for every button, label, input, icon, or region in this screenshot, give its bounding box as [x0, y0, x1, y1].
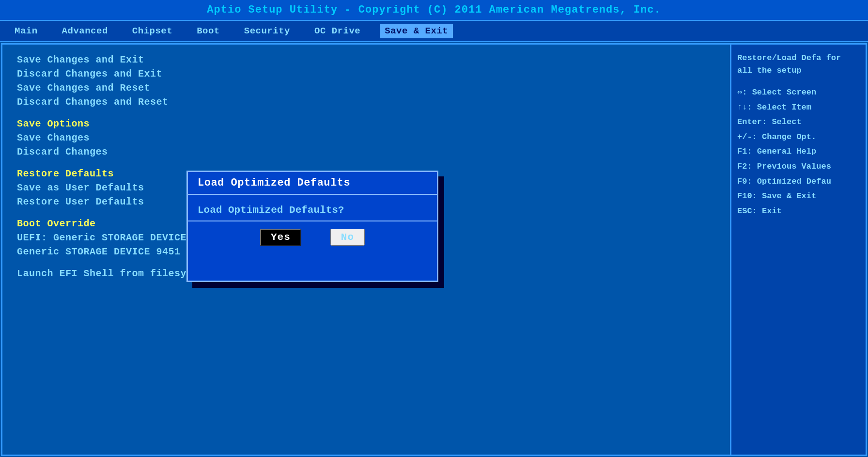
menu-discard-changes-reset[interactable]: Discard Changes and Reset — [17, 96, 715, 108]
key-hint-f2: F2: Previous Values — [737, 159, 860, 174]
key-hints: ⇔: Select Screen ↑↓: Select Item Enter: … — [737, 85, 860, 219]
menu-save-changes-exit[interactable]: Save Changes and Exit — [17, 54, 715, 65]
separator-2 — [17, 160, 715, 168]
nav-item-ocdrive[interactable]: OC Drive — [310, 24, 365, 38]
dialog-title: Load Optimized Defaults — [188, 172, 437, 195]
nav-item-security[interactable]: Security — [239, 24, 295, 38]
key-hint-change-opt: +/-: Change Opt. — [737, 130, 860, 145]
menu-discard-changes-exit[interactable]: Discard Changes and Exit — [17, 68, 715, 79]
dialog-body: Load Optimized Defaults? — [188, 195, 437, 221]
help-text: Restore/Load Defa for all the setup — [737, 52, 860, 77]
bios-screen: Aptio Setup Utility - Copyright (C) 2011… — [0, 0, 868, 457]
dialog-no-button[interactable]: No — [330, 229, 365, 246]
key-hint-f9: F9: Optimized Defau — [737, 174, 860, 189]
nav-bar: Main Advanced Chipset Boot Security OC D… — [0, 21, 868, 42]
menu-discard-changes[interactable]: Discard Changes — [17, 146, 715, 158]
title-text: Aptio Setup Utility - Copyright (C) 2011… — [207, 4, 661, 16]
nav-item-chipset[interactable]: Chipset — [127, 24, 177, 38]
key-hint-enter: Enter: Select — [737, 115, 860, 130]
key-hint-select-item: ↑↓: Select Item — [737, 100, 860, 115]
dialog-buttons: Yes No — [188, 221, 437, 253]
nav-item-save-exit[interactable]: Save & Exit — [380, 24, 453, 38]
key-hint-select-screen: ⇔: Select Screen — [737, 85, 860, 100]
separator-1 — [17, 110, 715, 118]
dialog-box: Load Optimized Defaults Load Optimized D… — [186, 171, 438, 282]
key-hint-esc: ESC: Exit — [737, 204, 860, 219]
dialog-overlay: Load Optimized Defaults Load Optimized D… — [186, 171, 438, 282]
menu-save-changes-reset[interactable]: Save Changes and Reset — [17, 82, 715, 94]
key-hint-f1: F1: General Help — [737, 144, 860, 159]
left-panel: Save Changes and Exit Discard Changes an… — [2, 45, 730, 455]
menu-save-options-header: Save Options — [17, 118, 715, 129]
nav-item-boot[interactable]: Boot — [192, 24, 225, 38]
menu-save-changes[interactable]: Save Changes — [17, 132, 715, 143]
nav-item-main[interactable]: Main — [10, 24, 43, 38]
key-hint-f10: F10: Save & Exit — [737, 189, 860, 204]
right-panel: Restore/Load Defa for all the setup ⇔: S… — [730, 45, 866, 455]
main-area: Save Changes and Exit Discard Changes an… — [1, 43, 867, 456]
nav-item-advanced[interactable]: Advanced — [57, 24, 113, 38]
title-bar: Aptio Setup Utility - Copyright (C) 2011… — [0, 0, 868, 21]
dialog-yes-button[interactable]: Yes — [260, 229, 301, 246]
